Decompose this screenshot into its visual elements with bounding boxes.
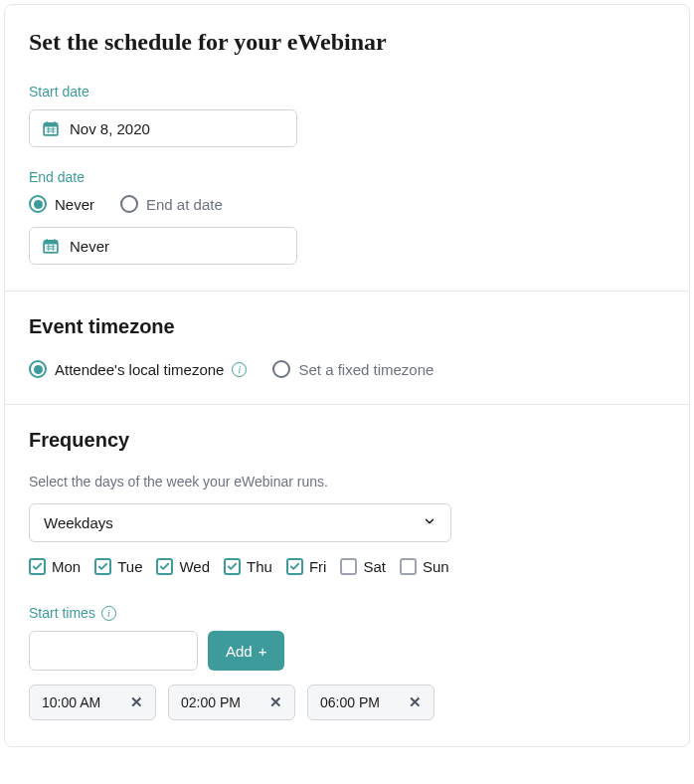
time-chip: 02:00 PM ✕ xyxy=(168,685,295,720)
add-label: Add xyxy=(226,643,253,660)
close-icon[interactable]: ✕ xyxy=(130,693,143,711)
end-date-input[interactable]: Never xyxy=(29,227,297,265)
timezone-heading: Event timezone xyxy=(29,315,665,338)
time-chip: 10:00 AM ✕ xyxy=(29,685,156,720)
schedule-card: Set the schedule for your eWebinar Start… xyxy=(4,4,690,747)
end-date-never-label: Never xyxy=(55,196,94,213)
calendar-icon xyxy=(42,237,60,255)
days-row: Mon Tue Wed Thu Fri Sat xyxy=(29,558,665,575)
frequency-section: Frequency Select the days of the week yo… xyxy=(5,404,689,746)
checkbox-checked-icon xyxy=(286,558,303,575)
day-label: Thu xyxy=(247,558,272,575)
info-icon[interactable]: i xyxy=(232,362,247,377)
frequency-preset-select[interactable]: Weekdays xyxy=(29,503,451,542)
day-label: Fri xyxy=(309,558,327,575)
end-date-value: Never xyxy=(70,238,109,255)
day-label: Sun xyxy=(423,558,449,575)
day-wed[interactable]: Wed xyxy=(156,558,210,575)
checkbox-checked-icon xyxy=(94,558,111,575)
day-tue[interactable]: Tue xyxy=(94,558,142,575)
chip-value: 06:00 PM xyxy=(320,694,380,710)
chip-value: 02:00 PM xyxy=(181,694,241,710)
start-times-row: Add + xyxy=(29,631,665,671)
day-sun[interactable]: Sun xyxy=(400,558,449,575)
timezone-attendee-label: Attendee's local timezone xyxy=(55,361,224,378)
checkbox-checked-icon xyxy=(224,558,241,575)
timezone-fixed-radio[interactable]: Set a fixed timezone xyxy=(272,360,434,378)
end-date-endat-radio[interactable]: End at date xyxy=(120,195,223,213)
timezone-attendee-radio[interactable]: Attendee's local timezone i xyxy=(29,360,247,378)
add-time-button[interactable]: Add + xyxy=(208,631,284,671)
radio-selected-icon xyxy=(29,360,47,378)
chevron-down-icon xyxy=(423,514,436,531)
chip-value: 10:00 AM xyxy=(42,694,100,710)
frequency-hint: Select the days of the week your eWebina… xyxy=(29,474,665,490)
checkbox-unchecked-icon xyxy=(340,558,357,575)
timezone-section: Event timezone Attendee's local timezone… xyxy=(5,291,689,404)
time-chips: 10:00 AM ✕ 02:00 PM ✕ 06:00 PM ✕ xyxy=(29,685,665,720)
day-thu[interactable]: Thu xyxy=(224,558,272,575)
info-icon[interactable]: i xyxy=(101,606,116,621)
time-chip: 06:00 PM ✕ xyxy=(307,685,434,720)
day-mon[interactable]: Mon xyxy=(29,558,81,575)
day-label: Wed xyxy=(179,558,210,575)
start-time-input[interactable] xyxy=(29,631,198,671)
day-sat[interactable]: Sat xyxy=(340,558,386,575)
end-date-label: End date xyxy=(29,169,665,185)
frequency-preset-value: Weekdays xyxy=(44,514,113,531)
frequency-heading: Frequency xyxy=(29,429,665,452)
day-label: Sat xyxy=(363,558,386,575)
checkbox-checked-icon xyxy=(156,558,173,575)
checkbox-checked-icon xyxy=(29,558,46,575)
start-date-value: Nov 8, 2020 xyxy=(70,120,150,137)
end-date-radio-group: Never End at date xyxy=(29,195,665,213)
timezone-fixed-label: Set a fixed timezone xyxy=(298,361,434,378)
radio-unselected-icon xyxy=(120,195,138,213)
svg-rect-1 xyxy=(44,126,58,135)
timezone-radio-group: Attendee's local timezone i Set a fixed … xyxy=(29,360,665,378)
page-title: Set the schedule for your eWebinar xyxy=(29,29,665,56)
day-label: Tue xyxy=(117,558,142,575)
close-icon[interactable]: ✕ xyxy=(269,693,282,711)
plus-icon: + xyxy=(259,643,267,660)
radio-unselected-icon xyxy=(272,360,290,378)
day-label: Mon xyxy=(52,558,81,575)
end-date-endat-label: End at date xyxy=(146,196,223,213)
close-icon[interactable]: ✕ xyxy=(409,693,422,711)
svg-rect-9 xyxy=(44,244,58,253)
start-date-label: Start date xyxy=(29,84,665,99)
start-date-input[interactable]: Nov 8, 2020 xyxy=(29,109,297,147)
radio-selected-icon xyxy=(29,195,47,213)
start-times-label: Start times i xyxy=(29,605,665,621)
dates-section: Set the schedule for your eWebinar Start… xyxy=(5,5,689,291)
calendar-icon xyxy=(42,119,60,137)
day-fri[interactable]: Fri xyxy=(286,558,327,575)
end-date-never-radio[interactable]: Never xyxy=(29,195,94,213)
checkbox-unchecked-icon xyxy=(400,558,417,575)
